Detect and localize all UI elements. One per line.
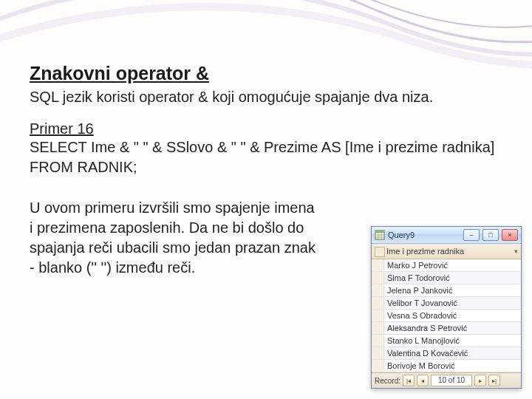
column-header-label: Ime i prezime radnika [386,247,464,256]
close-button[interactable]: × [502,229,518,241]
cell: Velibor T Jovanović [384,297,521,309]
row-selector[interactable] [372,284,384,296]
explanation-line: spajanja reči ubacili smo jedan prazan z… [30,238,355,258]
cell: Vesna S Obradović [384,310,521,321]
sql-code-line-2: FROM RADNIK; [30,157,502,177]
cell: Aleksandra S Petrović [384,322,521,334]
table-row[interactable]: Valentina D Kovačević [372,347,521,360]
nav-first-button[interactable]: |◂ [403,375,415,386]
column-menu-icon[interactable]: ▾ [514,248,518,255]
maximize-button[interactable]: □ [482,229,499,241]
record-position: 10 of 10 [431,375,472,386]
table-row[interactable]: Velibor T Jovanović [372,297,521,310]
cell: Jelena P Janković [384,284,521,296]
column-header[interactable]: Ime i prezime radnika ▾ [372,244,521,259]
slide-subtitle: SQL jezik koristi operator & koji omoguć… [30,89,502,106]
row-selector[interactable] [372,297,384,309]
minimize-button[interactable]: – [463,229,480,241]
cell: Marko J Petrović [384,259,521,271]
svg-rect-1 [375,231,384,233]
datasheet-icon [375,230,385,240]
nav-last-button[interactable]: ▸| [488,375,500,386]
record-label: Record: [375,377,400,385]
row-selector[interactable] [372,347,384,359]
row-selector[interactable] [372,272,384,284]
table-row[interactable]: Aleksandra S Petrović [372,322,521,335]
row-selector[interactable] [372,360,384,372]
table-row[interactable]: Jelena P Janković [372,284,521,297]
example-heading: Primer 16 [30,120,502,137]
cell: Sima F Todorović [384,272,521,284]
nav-prev-button[interactable]: ◂ [417,375,429,386]
sql-code-line-1: SELECT Ime & " " & SSlovo & " " & Prezim… [30,137,502,157]
cell: Borivoje M Borović [384,360,521,372]
window-titlebar[interactable]: Query9 – □ × [372,227,521,244]
table-row[interactable]: Stanko L Manojlović [372,335,521,347]
explanation-line: - blanko ('' '') između reči. [30,258,355,278]
table-row[interactable]: Marko J Petrović [372,259,521,272]
row-selector[interactable] [372,322,384,334]
cell: Stanko L Manojlović [384,335,521,347]
window-title: Query9 [388,231,460,239]
cell: Valentina D Kovačević [384,347,521,359]
table-row[interactable]: Borivoje M Borović [372,360,521,372]
table-row[interactable]: Vesna S Obradović [372,310,521,322]
explanation-line: i prezimena zaposlenih. Da ne bi došlo d… [30,218,355,238]
nav-next-button[interactable]: ▸ [474,375,486,386]
table-row[interactable]: Sima F Todorović [372,272,521,284]
row-selector[interactable] [372,335,384,347]
slide-title: Znakovni operator & [30,63,502,84]
row-selector[interactable] [372,310,384,321]
query-result-window: Query9 – □ × Ime i prezime radnika ▾ Mar… [371,226,522,389]
select-all-box[interactable] [375,247,385,257]
explanation-line: U ovom primeru izvršili smo spajenje ime… [30,198,355,218]
explanation-block: U ovom primeru izvršili smo spajenje ime… [30,198,355,278]
record-navigator: Record: |◂ ◂ 10 of 10 ▸ ▸| [372,372,521,388]
row-selector[interactable] [372,259,384,271]
result-rows: Marko J Petrović Sima F Todorović Jelena… [372,259,521,372]
